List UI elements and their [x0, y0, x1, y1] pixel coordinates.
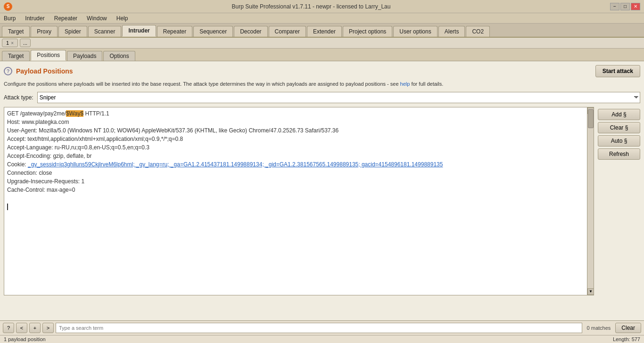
menubar: Burp Intruder Repeater Window Help	[0, 13, 644, 24]
minimize-button[interactable]: −	[610, 3, 619, 10]
tab-decoder[interactable]: Decoder	[234, 26, 267, 37]
close-button[interactable]: ✕	[631, 3, 640, 10]
attack-type-label: Attack type:	[4, 94, 33, 101]
scroll-down-arrow[interactable]: ▼	[587, 288, 594, 295]
cookie-value: _gv_sessid=iq3ghlluns59CkjlrveM6lp6hml; …	[28, 161, 443, 168]
description: Configure the positions where payloads w…	[4, 80, 640, 88]
tab-inner-target[interactable]: Target	[2, 51, 30, 61]
tab-scanner[interactable]: Scanner	[88, 26, 122, 37]
add-match-button[interactable]: +	[29, 323, 41, 333]
cursor-caret	[7, 204, 8, 210]
tab-comparer[interactable]: Comparer	[269, 26, 306, 37]
window-title: Burp Suite Professional v1.7.11 - newpr …	[12, 3, 610, 10]
menu-burp[interactable]: Burp	[2, 14, 17, 23]
restore-button[interactable]: □	[620, 3, 630, 10]
tab-alerts[interactable]: Alerts	[438, 26, 465, 37]
request-text[interactable]: GET /gateway/pay2me/$Way$ HTTP/1.1 Host:…	[4, 107, 587, 295]
refresh-button[interactable]: Refresh	[598, 148, 640, 160]
prev-match-button[interactable]: <	[16, 323, 27, 333]
tab-user-options[interactable]: User options	[393, 26, 437, 37]
start-attack-button[interactable]: Start attack	[595, 65, 640, 77]
line-get: GET /gateway/pay2me/$Way$ HTTP/1.1 Host:…	[7, 110, 443, 210]
help-search-button[interactable]: ?	[3, 323, 14, 333]
next-match-button[interactable]: >	[42, 323, 54, 333]
menu-intruder[interactable]: Intruder	[23, 14, 46, 23]
help-link[interactable]: help	[400, 81, 410, 87]
more-tabs-button[interactable]: ...	[20, 39, 31, 47]
tab-sequencer[interactable]: Sequencer	[193, 26, 233, 37]
main-tab-bar: Target Proxy Spider Scanner Intruder Rep…	[0, 24, 644, 38]
menu-repeater[interactable]: Repeater	[52, 14, 79, 23]
request-editor[interactable]: GET /gateway/pay2me/$Way$ HTTP/1.1 Host:…	[4, 107, 594, 295]
tab-inner-positions[interactable]: Positions	[31, 50, 66, 61]
add-section-button[interactable]: Add §	[598, 109, 640, 120]
app-logo: S	[4, 2, 12, 11]
payload-position-count: 1 payload position	[4, 336, 46, 342]
attack-type-select[interactable]: Sniper Battering ram Pitchfork Cluster b…	[37, 92, 640, 103]
status-bar: 1 payload position Length: 577	[0, 335, 644, 343]
tab-target[interactable]: Target	[2, 26, 30, 37]
tab-extender[interactable]: Extender	[307, 26, 342, 37]
tab-inner-options[interactable]: Options	[103, 51, 135, 61]
tab-intruder[interactable]: Intruder	[122, 25, 156, 37]
length-info: Length: 577	[613, 336, 640, 342]
tab-inner-payloads[interactable]: Payloads	[67, 51, 102, 61]
tab-close-icon[interactable]: ×	[11, 41, 14, 46]
tab-project-options[interactable]: Project options	[343, 26, 392, 37]
auto-section-button[interactable]: Auto §	[598, 135, 640, 147]
search-input[interactable]	[56, 323, 582, 333]
content-area: ? Payload Positions Start attack Configu…	[0, 61, 644, 320]
tab-repeater[interactable]: Repeater	[157, 26, 192, 37]
matches-count: 0 matches	[584, 325, 614, 331]
right-action-buttons: Add § Clear § Auto § Refresh	[598, 107, 640, 317]
clear-search-button[interactable]: Clear	[615, 323, 641, 333]
tab-co2[interactable]: CO2	[466, 26, 490, 37]
vertical-scrollbar[interactable]: ▲ ▼	[587, 107, 594, 295]
menu-help[interactable]: Help	[115, 14, 130, 23]
inner-tab-bar: Target Positions Payloads Options	[0, 49, 644, 61]
menu-window[interactable]: Window	[85, 14, 109, 23]
payload-marker: $Way$	[66, 110, 83, 117]
intruder-tab-1[interactable]: 1 ×	[2, 39, 18, 47]
tab-spider[interactable]: Spider	[58, 26, 87, 37]
clear-section-button[interactable]: Clear §	[598, 122, 640, 133]
section-title: Payload Positions	[16, 67, 73, 75]
scroll-thumb[interactable]	[588, 109, 594, 128]
help-icon[interactable]: ?	[4, 67, 12, 75]
bottom-search-bar: ? < + > 0 matches Clear	[0, 320, 644, 335]
sub-header: 1 × ...	[0, 38, 644, 49]
tab-proxy[interactable]: Proxy	[31, 26, 58, 37]
